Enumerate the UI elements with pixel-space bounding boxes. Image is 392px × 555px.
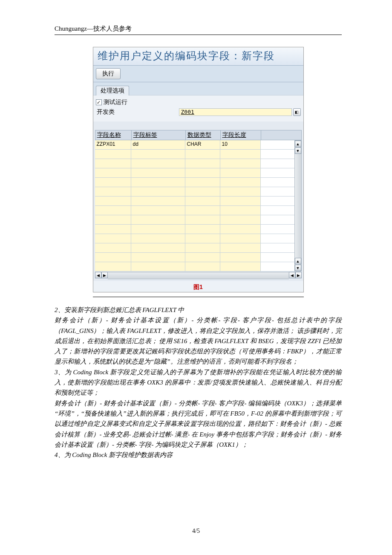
execute-button[interactable]: 执行 [96, 68, 121, 79]
grid-row[interactable] [95, 150, 294, 159]
scroll-track[interactable] [108, 272, 289, 279]
dev-class-label: 开发类 [96, 108, 179, 116]
paragraph: 4、为 Coding Block 新字段维护数据表内容 [55, 450, 342, 460]
document-body-text: 2、安装新字段到新总账汇总表 FAGLFLEXT 中 财务会计（新）- 财务会计… [55, 305, 342, 460]
sap-screenshot: 维护用户定义的编码块字段：新字段 执行 处理选项 ✓ 测试运行 开发类 Z001… [93, 47, 304, 292]
grid-row[interactable] [95, 262, 294, 272]
grid-row[interactable] [95, 253, 294, 262]
figure-bottom-rule [93, 297, 304, 297]
test-run-checkbox[interactable]: ✓ [96, 99, 102, 105]
grid-header-fieldname: 字段名称 [95, 130, 132, 140]
grid-body-cells: ZZPX01 dd CHAR 10 [95, 140, 294, 272]
grid-horizontal-scrollbar[interactable]: ◀ ▶ ◀ ▶ [95, 272, 302, 279]
grid-row[interactable] [95, 178, 294, 187]
grid-cell-spacer [261, 140, 294, 149]
grid-row[interactable] [95, 225, 294, 234]
figure-caption: 图1 [93, 283, 303, 291]
grid-header-fieldlabel: 字段标签 [132, 130, 186, 140]
grid-header-spacer [261, 130, 301, 140]
grid-row[interactable] [95, 215, 294, 225]
grid-row[interactable] [95, 197, 294, 206]
grid-cell-fieldlabel[interactable]: dd [131, 140, 185, 149]
grid-cell-fieldname[interactable]: ZZPX01 [95, 140, 131, 149]
page-number: 4/5 [0, 528, 392, 535]
scroll-right-icon[interactable]: ▶ [295, 272, 302, 278]
scroll-up-icon[interactable]: ▲ [295, 258, 301, 264]
dev-class-help-button[interactable]: ◧ [293, 108, 301, 116]
grid-row[interactable] [95, 243, 294, 253]
scroll-left-icon[interactable]: ◀ [95, 272, 101, 278]
grid-cell-datatype[interactable]: CHAR [185, 140, 220, 149]
scroll-down-icon[interactable]: ▼ [295, 265, 301, 271]
sap-grid: 字段名称 字段标签 数据类型 字段长度 ZZPX01 dd CHAR 10 [93, 121, 303, 281]
grid-cell-fieldlength[interactable]: 10 [220, 140, 261, 149]
grid-vertical-scrollbar[interactable]: ▲ ▼ ▲ ▼ [294, 140, 302, 272]
paragraph: 财务会计（新）- 财务会计基本设置（新）- 分类帐- 字段- 客户字段- 编辑编… [55, 398, 342, 450]
test-run-label: 测试运行 [104, 98, 127, 106]
grid-row[interactable] [95, 159, 294, 168]
document-header: Chunguangz—技术人员参考 [55, 25, 342, 33]
sap-tab-strip: 处理选项 [93, 82, 303, 95]
scroll-down-icon[interactable]: ▼ [295, 147, 301, 154]
grid-header-datatype: 数据类型 [186, 130, 221, 140]
scroll-right-icon[interactable]: ▶ [101, 272, 108, 278]
grid-row[interactable] [95, 187, 294, 197]
paragraph: 财务会计（新）- 财务会计基本设置（新）- 分类帐- 字段- 客户字段- 包括总… [55, 315, 342, 367]
grid-row[interactable] [95, 168, 294, 178]
sap-screen-title: 维护用户定义的编码块字段：新字段 [93, 47, 303, 66]
tab-processing-options[interactable]: 处理选项 [96, 86, 129, 95]
grid-header-row: 字段名称 字段标签 数据类型 字段长度 [95, 130, 302, 140]
sap-form-area: ✓ 测试运行 开发类 Z001 ◧ [93, 95, 303, 121]
scroll-up-icon[interactable]: ▲ [295, 141, 301, 147]
grid-row[interactable] [95, 206, 294, 215]
paragraph: 2、安装新字段到新总账汇总表 FAGLFLEXT 中 [55, 305, 342, 315]
grid-row[interactable] [95, 234, 294, 243]
grid-row[interactable]: ZZPX01 dd CHAR 10 [95, 140, 294, 150]
grid-header-fieldlength: 字段长度 [221, 130, 261, 140]
sap-toolbar: 执行 [93, 66, 303, 82]
header-divider [55, 35, 342, 35]
paragraph: 3、为 Coding Block 新字段定义凭证输入的子屏幕为了使新增补的字段能… [55, 367, 342, 398]
dev-class-input[interactable]: Z001 [179, 108, 292, 116]
scroll-left-icon[interactable]: ◀ [289, 272, 295, 278]
